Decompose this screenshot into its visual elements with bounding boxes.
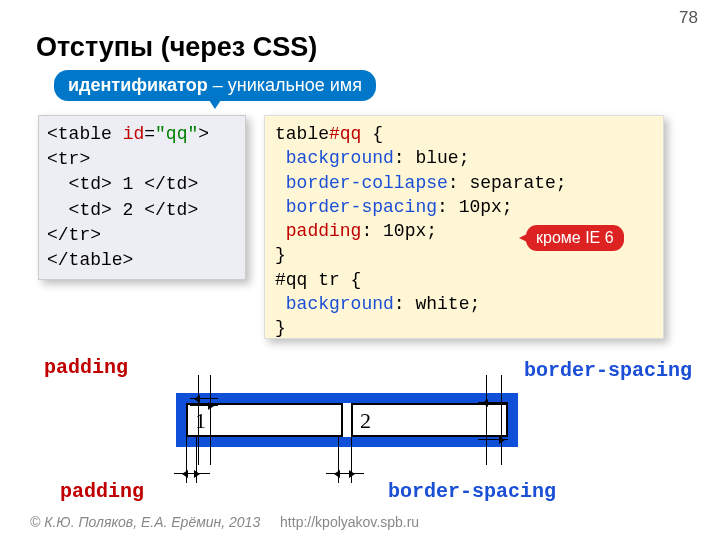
code-text: <td> 1 </td> bbox=[47, 174, 198, 194]
code-text: <table bbox=[47, 124, 123, 144]
code-text: > bbox=[198, 124, 209, 144]
code-text: </table> bbox=[47, 250, 133, 270]
code-text: background bbox=[275, 294, 394, 314]
arrow-line bbox=[210, 375, 211, 465]
html-code-block: <table id="qq"> <tr> <td> 1 </td> <td> 2… bbox=[38, 115, 246, 280]
code-text: padding bbox=[275, 221, 361, 241]
code-text: : white; bbox=[394, 294, 480, 314]
arrow-head-icon bbox=[194, 470, 200, 478]
copyright-text: © К.Ю. Поляков, Е.А. Ерёмин, 2013 bbox=[30, 514, 260, 530]
code-text: #qq bbox=[329, 124, 361, 144]
code-text: <tr> bbox=[47, 149, 90, 169]
code-text: "qq" bbox=[155, 124, 198, 144]
label-padding-bottom: padding bbox=[60, 480, 144, 503]
arrow-head-icon bbox=[182, 470, 188, 478]
code-text: : 10px; bbox=[437, 197, 513, 217]
code-text: </tr> bbox=[47, 225, 101, 245]
code-text: id bbox=[123, 124, 145, 144]
arrow-head-icon bbox=[482, 399, 488, 407]
arrow-line bbox=[501, 375, 502, 465]
footer-link: http://kpolyakov.spb.ru bbox=[280, 514, 419, 530]
code-text: border-collapse bbox=[275, 173, 448, 193]
code-text: <td> 2 </td> bbox=[47, 200, 198, 220]
diagram-inner: 1 2 bbox=[186, 403, 508, 437]
diagram-cell-2: 2 bbox=[351, 403, 508, 437]
footer: © К.Ю. Поляков, Е.А. Ерёмин, 2013 http:/… bbox=[30, 514, 419, 530]
code-text: border-spacing bbox=[275, 197, 437, 217]
arrow-head-icon bbox=[194, 395, 200, 403]
code-text: : separate; bbox=[448, 173, 567, 193]
code-text: : blue; bbox=[394, 148, 470, 168]
page-number: 78 bbox=[679, 8, 698, 28]
code-text: } bbox=[275, 245, 286, 265]
arrow-head-icon bbox=[499, 436, 505, 444]
callout-tail-icon bbox=[207, 97, 223, 109]
code-text: table bbox=[275, 124, 329, 144]
label-border-spacing-bottom: border-spacing bbox=[388, 480, 556, 503]
arrow-line bbox=[174, 473, 210, 474]
arrow-line bbox=[326, 473, 364, 474]
arrow-line bbox=[486, 375, 487, 465]
arrow-head-icon bbox=[349, 470, 355, 478]
callout-id-word: идентификатор bbox=[68, 75, 208, 95]
diagram-outer-box: 1 2 bbox=[176, 393, 518, 447]
slide-title: Отступы (через CSS) bbox=[36, 32, 317, 63]
code-text: } bbox=[275, 318, 286, 338]
callout-rest: – уникальное имя bbox=[208, 75, 362, 95]
code-text: #qq tr { bbox=[275, 270, 361, 290]
label-border-spacing-top: border-spacing bbox=[524, 359, 692, 382]
spacing-diagram: 1 2 bbox=[176, 375, 518, 463]
code-text: = bbox=[144, 124, 155, 144]
callout-ie6: кроме IE 6 bbox=[526, 225, 624, 251]
code-text: { bbox=[361, 124, 383, 144]
arrow-head-icon bbox=[208, 402, 214, 410]
code-text: : 10px; bbox=[361, 221, 437, 241]
label-padding-top: padding bbox=[44, 356, 128, 379]
code-text: background bbox=[275, 148, 394, 168]
arrow-line bbox=[198, 375, 199, 465]
arrow-head-icon bbox=[334, 470, 340, 478]
